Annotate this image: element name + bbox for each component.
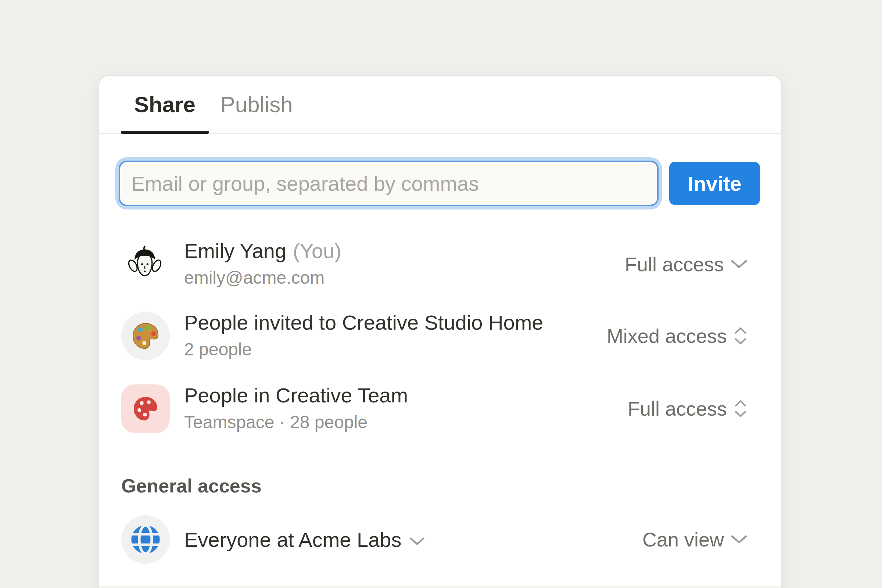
member-name-text: Emily Yang (184, 237, 286, 264)
email-input[interactable] (119, 160, 658, 206)
tab-publish-label: Publish (220, 92, 293, 117)
member-text-invited-group: People invited to Creative Studio Home 2… (184, 309, 543, 363)
member-teamspace-info: Teamspace · 28 people (184, 409, 408, 435)
member-name: Emily Yang (You) (184, 237, 341, 264)
member-name: People invited to Creative Studio Home (184, 309, 543, 336)
general-access-row: Everyone at Acme Labs Can view (121, 515, 747, 564)
page-background: { "dialog": { "tabs": [ { "label": "Shar… (0, 0, 882, 588)
access-dropdown-invited-group[interactable]: Mixed access (607, 324, 747, 347)
member-text-creative-team: People in Creative Team Teamspace · 28 p… (184, 382, 408, 435)
access-label: Full access (628, 397, 727, 420)
everyone-dropdown[interactable]: Everyone at Acme Labs (184, 526, 425, 553)
red-palette-icon (121, 384, 170, 433)
share-dialog: Share Publish Invite Emil (99, 75, 782, 588)
member-row-creative-team: People in Creative Team Teamspace · 28 p… (121, 384, 747, 433)
dialog-tab-bar: Share Publish (99, 76, 781, 134)
tab-share[interactable]: Share (121, 76, 209, 133)
chevron-up-down-icon (734, 326, 747, 345)
tab-share-label: Share (134, 92, 195, 117)
chevron-down-icon (410, 537, 425, 546)
member-you-suffix: (You) (293, 237, 341, 264)
general-access-heading: General access (121, 474, 262, 498)
access-label: Full access (625, 253, 724, 276)
member-name: People in Creative Team (184, 382, 408, 409)
access-dropdown-creative-team[interactable]: Full access (628, 397, 747, 420)
footer-area (99, 586, 781, 588)
chevron-down-icon (730, 535, 747, 544)
doodle-person-avatar-icon (126, 245, 164, 284)
member-name-text: People in Creative Team (184, 382, 408, 409)
access-label: Can view (642, 528, 724, 551)
tab-publish[interactable]: Publish (209, 76, 306, 133)
chevron-down-icon (730, 260, 747, 269)
member-row-emily-yang: Emily Yang (You) emily@acme.com Full acc… (121, 234, 747, 294)
invite-row: Invite (119, 159, 760, 207)
member-text-emily-yang: Emily Yang (You) emily@acme.com (184, 237, 341, 291)
access-dropdown-emily[interactable]: Full access (625, 253, 747, 276)
access-label: Mixed access (607, 324, 727, 347)
member-name-text: People invited to Creative Studio Home (184, 309, 543, 336)
access-dropdown-everyone[interactable]: Can view (642, 528, 747, 551)
member-count: 2 people (184, 336, 543, 363)
general-access-text: Everyone at Acme Labs (184, 526, 425, 553)
everyone-label: Everyone at Acme Labs (184, 526, 401, 553)
member-row-invited-group: People invited to Creative Studio Home 2… (121, 312, 747, 360)
invite-button[interactable]: Invite (669, 162, 760, 205)
chevron-up-down-icon (734, 399, 747, 418)
palette-emoji-icon (121, 312, 170, 360)
member-email: emily@acme.com (184, 264, 341, 291)
globe-icon (121, 515, 170, 564)
